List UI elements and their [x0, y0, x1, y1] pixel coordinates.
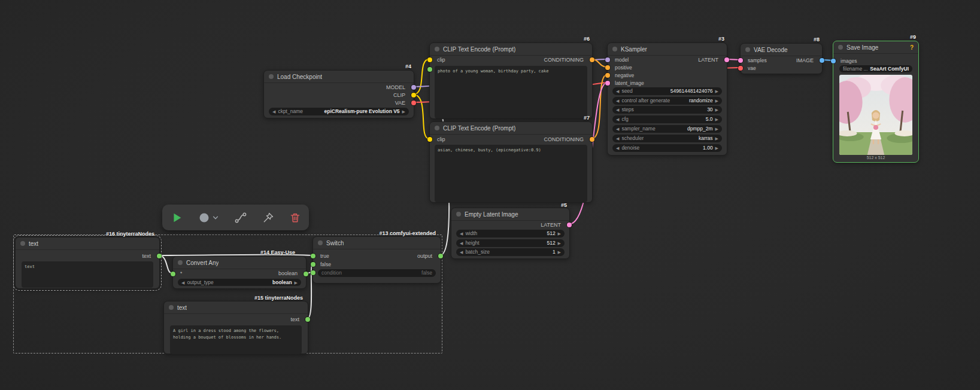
toggle-links-button[interactable]: [234, 211, 247, 224]
node-header[interactable]: VAE Decode: [741, 44, 822, 56]
decrement-arrow-icon[interactable]: [616, 115, 619, 123]
increment-arrow-icon[interactable]: [715, 125, 718, 133]
decrement-arrow-icon[interactable]: [460, 230, 463, 237]
increment-arrow-icon[interactable]: [558, 230, 561, 237]
socket-condition-input[interactable]: [311, 270, 315, 275]
control-after-generate-widget[interactable]: control after generate randomize: [612, 97, 722, 105]
socket-images-input[interactable]: [831, 59, 836, 63]
ckpt-name-widget[interactable]: ckpt_name epiCRealism-pure Evolution V5: [269, 108, 409, 115]
filename-widget[interactable]: filename ... SeaArt ComfyUI: [839, 65, 912, 72]
node-header[interactable]: Save Image ?: [833, 41, 918, 54]
socket-clip-output[interactable]: [411, 93, 416, 98]
node-text-16[interactable]: #16 tinyterraNodes text text text: [15, 237, 160, 289]
node-save-image[interactable]: #9 Save Image ? images filename ... SeaA…: [833, 41, 919, 163]
clear-button[interactable]: [289, 212, 301, 224]
text-textarea[interactable]: A girl in a dress stood among the flower…: [170, 325, 302, 354]
increment-arrow-icon[interactable]: [715, 115, 718, 123]
collapse-dot-icon[interactable]: [435, 126, 439, 130]
collapse-dot-icon[interactable]: [318, 240, 323, 245]
decrement-arrow-icon[interactable]: [460, 239, 463, 247]
prompt-textarea[interactable]: photo of a young woman, birthday party, …: [435, 66, 587, 118]
increment-arrow-icon[interactable]: [715, 135, 718, 142]
socket-positive-input[interactable]: [605, 65, 610, 70]
width-widget[interactable]: width 512: [456, 230, 565, 237]
queue-mode-button[interactable]: [198, 212, 219, 224]
node-header[interactable]: CLIP Text Encode (Prompt): [430, 122, 592, 135]
sampler-name-widget[interactable]: sampler_name dpmpp_2m: [612, 125, 722, 133]
text-textarea[interactable]: text: [22, 261, 153, 288]
node-text-15[interactable]: #15 tinyterraNodes text text A girl in a…: [163, 301, 308, 354]
collapse-dot-icon[interactable]: [745, 47, 750, 52]
wire-text16-to-convert[interactable]: [159, 255, 172, 273]
socket-model-output[interactable]: [411, 85, 416, 90]
batch-size-widget[interactable]: batch_size 1: [456, 248, 565, 256]
node-ksampler[interactable]: #3 KSampler model positive negative late…: [607, 42, 727, 156]
socket-true-input[interactable]: [311, 254, 315, 258]
socket-negative-input[interactable]: [605, 73, 610, 78]
node-header[interactable]: Load Checkpoint: [264, 71, 414, 83]
node-header[interactable]: KSampler: [608, 43, 727, 56]
socket-image-output[interactable]: [820, 58, 824, 63]
node-clip-text-encode-positive[interactable]: #6 CLIP Text Encode (Prompt) clip CONDIT…: [429, 42, 593, 119]
collapse-dot-icon[interactable]: [169, 305, 174, 310]
socket-boolean-output[interactable]: [304, 272, 308, 276]
steps-widget[interactable]: steps 30: [612, 106, 722, 114]
socket-clip-input[interactable]: [427, 57, 432, 62]
help-icon[interactable]: ?: [910, 44, 914, 51]
node-header[interactable]: CLIP Text Encode (Prompt): [430, 43, 592, 56]
socket-latent-image-input[interactable]: [605, 81, 610, 86]
decrement-arrow-icon[interactable]: [181, 279, 184, 287]
node-vae-decode[interactable]: #8 VAE Decode samples vae IMAGE: [740, 43, 823, 74]
socket-conditioning-output[interactable]: [590, 57, 594, 62]
socket-any-input[interactable]: [171, 272, 175, 276]
node-convert-any[interactable]: #14 Easy-Use Convert Any * boolean outpu…: [172, 256, 307, 289]
socket-conditioning-output[interactable]: [590, 137, 594, 142]
collapse-dot-icon[interactable]: [269, 74, 274, 79]
socket-samples-input[interactable]: [738, 58, 743, 63]
node-header[interactable]: Empty Latent Image: [451, 208, 569, 221]
socket-text-output[interactable]: [157, 254, 162, 258]
denoise-widget[interactable]: denoise 1.00: [612, 144, 722, 152]
node-clip-text-encode-negative[interactable]: #7 CLIP Text Encode (Prompt) clip CONDIT…: [429, 121, 593, 203]
socket-vae-output[interactable]: [411, 100, 416, 105]
socket-output[interactable]: [438, 254, 443, 258]
decrement-arrow-icon[interactable]: [616, 97, 619, 105]
collapse-dot-icon[interactable]: [838, 45, 843, 50]
collapse-dot-icon[interactable]: [612, 47, 617, 51]
decrement-arrow-icon[interactable]: [616, 106, 619, 114]
socket-model-input[interactable]: [605, 57, 610, 62]
socket-clip-input[interactable]: [427, 137, 432, 142]
socket-latent-output[interactable]: [567, 223, 572, 227]
increment-arrow-icon[interactable]: [402, 108, 405, 115]
node-header[interactable]: text: [164, 301, 308, 314]
decrement-arrow-icon[interactable]: [616, 135, 619, 142]
collapse-dot-icon[interactable]: [435, 47, 439, 51]
collapse-dot-icon[interactable]: [178, 260, 183, 265]
increment-arrow-icon[interactable]: [715, 87, 718, 95]
run-button[interactable]: [170, 211, 183, 224]
condition-widget[interactable]: condition false: [318, 269, 436, 277]
socket-latent-output[interactable]: [724, 57, 729, 62]
increment-arrow-icon[interactable]: [295, 279, 298, 287]
node-empty-latent-image[interactable]: #5 Empty Latent Image LATENT width 512 h…: [451, 208, 570, 259]
node-header[interactable]: text: [16, 237, 159, 250]
decrement-arrow-icon[interactable]: [272, 108, 275, 115]
increment-arrow-icon[interactable]: [715, 106, 718, 114]
wire-clip-to-positive[interactable]: [413, 59, 429, 95]
increment-arrow-icon[interactable]: [558, 239, 561, 247]
seed-widget[interactable]: seed 549614481424076: [612, 87, 722, 95]
node-header[interactable]: Convert Any: [173, 257, 306, 269]
socket-text-input[interactable]: [427, 67, 432, 72]
decrement-arrow-icon[interactable]: [616, 125, 619, 133]
node-load-checkpoint[interactable]: #4 Load Checkpoint MODEL CLIP VAE ckpt_n…: [263, 70, 414, 118]
node-header[interactable]: Switch: [313, 237, 441, 249]
collapse-dot-icon[interactable]: [456, 212, 461, 217]
decrement-arrow-icon[interactable]: [616, 87, 619, 95]
scheduler-widget[interactable]: scheduler karras: [612, 135, 722, 142]
socket-vae-input[interactable]: [738, 66, 743, 71]
collapse-dot-icon[interactable]: [20, 241, 25, 246]
pin-button[interactable]: [262, 212, 274, 224]
increment-arrow-icon[interactable]: [715, 97, 718, 105]
socket-false-input[interactable]: [311, 262, 315, 267]
prompt-textarea[interactable]: asian, chinese, busty, (epicnegative:0.9…: [435, 145, 587, 202]
